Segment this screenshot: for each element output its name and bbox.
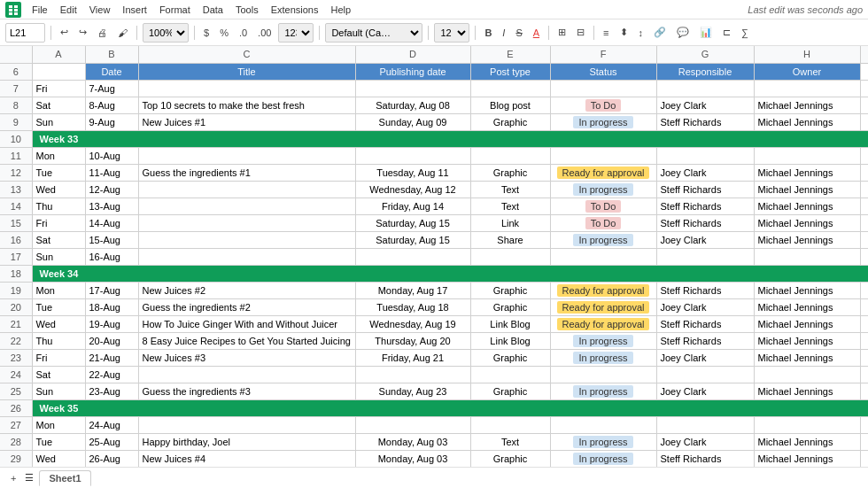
cell-responsible[interactable]: Steff Richards — [656, 282, 754, 298]
cell-post-type[interactable]: Share — [470, 231, 550, 248]
cell-date[interactable]: 15-Aug — [85, 231, 138, 248]
cell-status[interactable]: In progress — [550, 231, 656, 248]
sheet-tab-1[interactable]: Sheet1 — [39, 470, 90, 486]
menu-data[interactable]: Data — [198, 3, 229, 17]
cell-date[interactable]: 13-Aug — [85, 198, 138, 214]
menu-tools[interactable]: Tools — [230, 3, 264, 17]
filter-button[interactable]: ⊏ — [719, 25, 734, 40]
cell-owner[interactable]: Michael Jennings — [754, 450, 860, 467]
cell-owner[interactable] — [754, 366, 860, 383]
cell-day[interactable]: Wed — [32, 450, 85, 467]
align-button[interactable]: ≡ — [600, 26, 612, 40]
cell-pub-date[interactable]: Tuesday, Aug 11 — [355, 164, 470, 181]
print-button[interactable]: 🖨 — [94, 26, 111, 40]
cell-post-type[interactable] — [470, 147, 550, 164]
cell-responsible[interactable] — [656, 416, 754, 433]
cell-day[interactable]: Sun — [32, 248, 85, 265]
cell-responsible[interactable]: Joey Clark — [656, 349, 754, 366]
cell-status[interactable]: In progress — [550, 332, 656, 349]
cell-status[interactable]: In progress — [550, 433, 656, 450]
cell-pub-date[interactable] — [355, 248, 470, 265]
percent-button[interactable]: % — [216, 26, 232, 40]
undo-button[interactable]: ↩ — [57, 25, 72, 40]
table-row[interactable]: 10 Week 33 — [0, 130, 868, 147]
cell-day[interactable]: Sun — [32, 113, 85, 130]
add-sheet-button[interactable]: + — [7, 471, 19, 485]
cell-post-type[interactable]: Text — [470, 181, 550, 198]
cell-date[interactable]: 8-Aug — [85, 97, 138, 113]
table-row[interactable]: 21 Wed 19-Aug How To Juice Ginger With a… — [0, 315, 868, 332]
table-row[interactable]: 19 Mon 17-Aug New Juices #2 Monday, Aug … — [0, 282, 868, 298]
cell-post-type[interactable]: Graphic — [470, 450, 550, 467]
table-row[interactable]: 13 Wed 12-Aug Wednesday, Aug 12 Text In … — [0, 181, 868, 198]
cell-day[interactable]: Tue — [32, 433, 85, 450]
cell-day[interactable]: Mon — [32, 282, 85, 298]
menu-help[interactable]: Help — [325, 3, 356, 17]
cell-pub-date[interactable]: Thursday, Aug 20 — [355, 332, 470, 349]
cell-owner[interactable] — [754, 416, 860, 433]
col-e-header[interactable]: E — [470, 46, 550, 63]
cell-pub-date[interactable]: Saturday, Aug 15 — [355, 214, 470, 231]
chart-button[interactable]: 📊 — [696, 25, 716, 40]
table-row[interactable]: 7 Fri 7-Aug — [0, 80, 868, 97]
col-f-header[interactable]: F — [550, 46, 656, 63]
currency-button[interactable]: $ — [200, 26, 213, 40]
cell-post-type[interactable]: Text — [470, 433, 550, 450]
cell-post-type[interactable] — [470, 416, 550, 433]
cell-day[interactable]: Wed — [32, 181, 85, 198]
cell-date[interactable]: 11-Aug — [85, 164, 138, 181]
cell-pub-date[interactable]: Sunday, Aug 09 — [355, 113, 470, 130]
table-row[interactable]: 22 Thu 20-Aug 8 Easy Juice Recipes to Ge… — [0, 332, 868, 349]
cell-responsible[interactable]: Joey Clark — [656, 97, 754, 113]
cell-day[interactable]: Sat — [32, 366, 85, 383]
cell-pub-date[interactable] — [355, 366, 470, 383]
cell-date[interactable]: 24-Aug — [85, 416, 138, 433]
cell-post-type[interactable]: Link — [470, 214, 550, 231]
cell-pub-date[interactable]: Tuesday, Aug 18 — [355, 298, 470, 315]
cell-status[interactable]: In progress — [550, 450, 656, 467]
cell-responsible[interactable]: Joey Clark — [656, 164, 754, 181]
italic-button[interactable]: I — [499, 26, 508, 40]
cell-title[interactable]: Top 10 secrets to make the best fresh — [138, 97, 355, 113]
cell-status[interactable]: In progress — [550, 349, 656, 366]
cell-status[interactable]: Ready for approval — [550, 164, 656, 181]
cell-owner[interactable]: Michael Jennings — [754, 164, 860, 181]
cell-post-type[interactable]: Blog post — [470, 97, 550, 113]
cell-date[interactable]: 19-Aug — [85, 315, 138, 332]
cell-status[interactable]: To Do — [550, 97, 656, 113]
cell-title[interactable] — [138, 198, 355, 214]
cell-post-type[interactable]: Graphic — [470, 164, 550, 181]
cell-day[interactable]: Sun — [32, 383, 85, 399]
valign-button[interactable]: ⬍ — [616, 25, 632, 40]
cell-pub-date[interactable] — [355, 80, 470, 97]
cell-responsible[interactable]: Steff Richards — [656, 181, 754, 198]
cell-status[interactable]: To Do — [550, 198, 656, 214]
cell-title[interactable] — [138, 214, 355, 231]
cell-date[interactable]: 20-Aug — [85, 332, 138, 349]
cell-title[interactable] — [138, 231, 355, 248]
cell-title[interactable]: New Juices #3 — [138, 349, 355, 366]
cell-responsible[interactable] — [656, 80, 754, 97]
cell-title[interactable]: Guess the ingredients #3 — [138, 383, 355, 399]
cell-responsible[interactable] — [656, 147, 754, 164]
col-h-header[interactable]: H — [754, 46, 860, 63]
cell-owner[interactable]: Michael Jennings — [754, 282, 860, 298]
rotate-button[interactable]: ↕ — [635, 26, 647, 40]
cell-post-type[interactable]: Graphic — [470, 298, 550, 315]
underline-button[interactable]: A — [530, 26, 543, 40]
cell-responsible[interactable]: Steff Richards — [656, 332, 754, 349]
cell-owner[interactable]: Michael Jennings — [754, 214, 860, 231]
cell-title[interactable]: 8 Easy Juice Recipes to Get You Started … — [138, 332, 355, 349]
cell-owner[interactable]: Michael Jennings — [754, 298, 860, 315]
link-button[interactable]: 🔗 — [650, 25, 670, 40]
cell-post-type[interactable]: Graphic — [470, 383, 550, 399]
cell-status[interactable]: Ready for approval — [550, 282, 656, 298]
table-row[interactable]: 16 Sat 15-Aug Saturday, Aug 15 Share In … — [0, 231, 868, 248]
cell-responsible[interactable]: Steff Richards — [656, 113, 754, 130]
format-select[interactable]: 123 — [278, 23, 314, 43]
cell-date[interactable]: 14-Aug — [85, 214, 138, 231]
menu-view[interactable]: View — [84, 3, 116, 17]
cell-date[interactable]: 25-Aug — [85, 433, 138, 450]
cell-owner[interactable]: Michael Jennings — [754, 332, 860, 349]
cell-pub-date[interactable]: Sunday, Aug 23 — [355, 383, 470, 399]
